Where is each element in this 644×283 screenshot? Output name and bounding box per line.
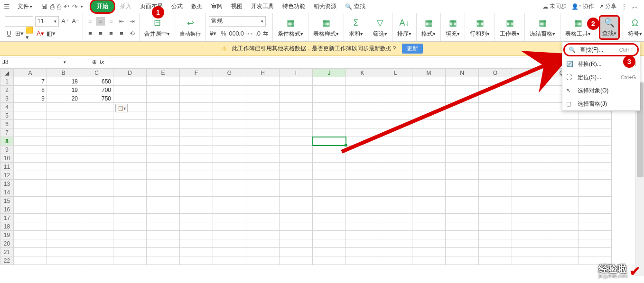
cell[interactable] bbox=[14, 205, 47, 214]
cell[interactable] bbox=[579, 248, 612, 256]
cell[interactable] bbox=[446, 128, 479, 137]
row-header[interactable]: 1 bbox=[0, 77, 14, 86]
cell[interactable] bbox=[180, 120, 213, 128]
cell[interactable] bbox=[346, 188, 379, 197]
type-convert-icon[interactable]: ⇆ bbox=[261, 29, 270, 38]
cell[interactable] bbox=[512, 163, 545, 171]
cell[interactable] bbox=[180, 256, 213, 265]
cell[interactable] bbox=[113, 205, 147, 214]
cell[interactable] bbox=[512, 111, 545, 120]
cell[interactable] bbox=[346, 163, 379, 171]
cell[interactable] bbox=[512, 205, 545, 214]
row-header[interactable]: 4 bbox=[0, 103, 14, 111]
cell[interactable] bbox=[412, 197, 446, 205]
cell[interactable] bbox=[80, 137, 113, 146]
cell[interactable] bbox=[113, 120, 147, 128]
cell[interactable] bbox=[47, 248, 80, 256]
cell[interactable] bbox=[213, 239, 246, 248]
cell[interactable] bbox=[579, 137, 612, 146]
cell[interactable] bbox=[246, 146, 280, 154]
cell[interactable] bbox=[246, 205, 280, 214]
cell[interactable] bbox=[47, 180, 80, 188]
font-color-icon[interactable]: A▾ bbox=[36, 29, 45, 38]
menu-find[interactable]: 🔍查找(F)...Ctrl+F bbox=[563, 43, 639, 56]
row-header[interactable]: 16 bbox=[0, 205, 14, 214]
cell[interactable] bbox=[579, 205, 612, 214]
cell[interactable] bbox=[213, 86, 246, 94]
cell[interactable] bbox=[80, 171, 113, 180]
col-O[interactable]: O bbox=[479, 69, 512, 77]
col-B[interactable]: B bbox=[47, 69, 80, 77]
row-header[interactable]: 21 bbox=[0, 248, 14, 256]
cell[interactable] bbox=[14, 120, 47, 128]
cell[interactable] bbox=[545, 180, 579, 188]
align-bottom-icon[interactable]: ≡ bbox=[107, 17, 115, 26]
cell[interactable] bbox=[412, 111, 446, 120]
font-size-select[interactable]: 11▾ bbox=[35, 16, 59, 27]
comma-icon[interactable]: 000 bbox=[230, 29, 238, 38]
cell[interactable] bbox=[446, 248, 479, 256]
cell[interactable] bbox=[412, 180, 446, 188]
align-center-icon[interactable]: ≡ bbox=[96, 29, 105, 38]
cell[interactable] bbox=[512, 94, 545, 103]
cell[interactable] bbox=[147, 171, 180, 180]
cell[interactable] bbox=[113, 231, 147, 239]
row-header[interactable]: 5 bbox=[0, 111, 14, 120]
cell[interactable] bbox=[246, 180, 280, 188]
cell[interactable] bbox=[446, 205, 479, 214]
cell[interactable] bbox=[412, 77, 446, 86]
cell[interactable] bbox=[579, 171, 612, 180]
cell[interactable] bbox=[379, 248, 412, 256]
cell[interactable] bbox=[313, 103, 346, 111]
cell[interactable] bbox=[579, 239, 612, 248]
cell[interactable] bbox=[479, 180, 512, 188]
cell[interactable] bbox=[14, 248, 47, 256]
cell[interactable] bbox=[545, 111, 579, 120]
row-header[interactable]: 2 bbox=[0, 86, 14, 94]
cell[interactable] bbox=[180, 248, 213, 256]
col-J[interactable]: J bbox=[313, 69, 346, 77]
currency-icon[interactable]: ¥▾ bbox=[209, 29, 217, 38]
cell[interactable] bbox=[280, 94, 313, 103]
col-F[interactable]: F bbox=[180, 69, 213, 77]
cell[interactable] bbox=[446, 214, 479, 222]
cell[interactable] bbox=[80, 197, 113, 205]
cell[interactable] bbox=[545, 128, 579, 137]
cell[interactable] bbox=[180, 188, 213, 197]
percent-icon[interactable]: % bbox=[219, 29, 228, 38]
cell[interactable] bbox=[147, 94, 180, 103]
save-icon[interactable]: 🖫 bbox=[41, 3, 47, 10]
cell[interactable] bbox=[14, 146, 47, 154]
cell[interactable] bbox=[379, 171, 412, 180]
row-header[interactable]: 11 bbox=[0, 163, 14, 171]
cell[interactable] bbox=[545, 197, 579, 205]
cell[interactable] bbox=[47, 214, 80, 222]
cell[interactable] bbox=[512, 103, 545, 111]
cell[interactable] bbox=[213, 188, 246, 197]
cell[interactable] bbox=[446, 137, 479, 146]
cell[interactable] bbox=[512, 222, 545, 231]
tab-features[interactable]: 特色功能 bbox=[279, 0, 309, 12]
cell[interactable] bbox=[14, 137, 47, 146]
cell[interactable] bbox=[479, 248, 512, 256]
cell[interactable] bbox=[113, 94, 147, 103]
cell[interactable] bbox=[379, 111, 412, 120]
menu-select-object[interactable]: ↖选择对象(O) bbox=[562, 84, 640, 97]
paste-options-icon[interactable]: 📋▾ bbox=[115, 104, 128, 112]
cell[interactable] bbox=[479, 137, 512, 146]
cell[interactable] bbox=[446, 154, 479, 163]
cell[interactable] bbox=[14, 111, 47, 120]
cell[interactable] bbox=[446, 239, 479, 248]
cell[interactable] bbox=[147, 197, 180, 205]
cell[interactable] bbox=[313, 256, 346, 265]
cell[interactable] bbox=[313, 239, 346, 248]
cell[interactable] bbox=[180, 197, 213, 205]
col-L[interactable]: L bbox=[379, 69, 412, 77]
cell[interactable] bbox=[213, 231, 246, 239]
tab-formula[interactable]: 公式 bbox=[168, 0, 187, 12]
cell[interactable] bbox=[446, 77, 479, 86]
cell[interactable] bbox=[113, 163, 147, 171]
cell[interactable] bbox=[14, 231, 47, 239]
cell[interactable] bbox=[379, 256, 412, 265]
cell[interactable] bbox=[479, 222, 512, 231]
